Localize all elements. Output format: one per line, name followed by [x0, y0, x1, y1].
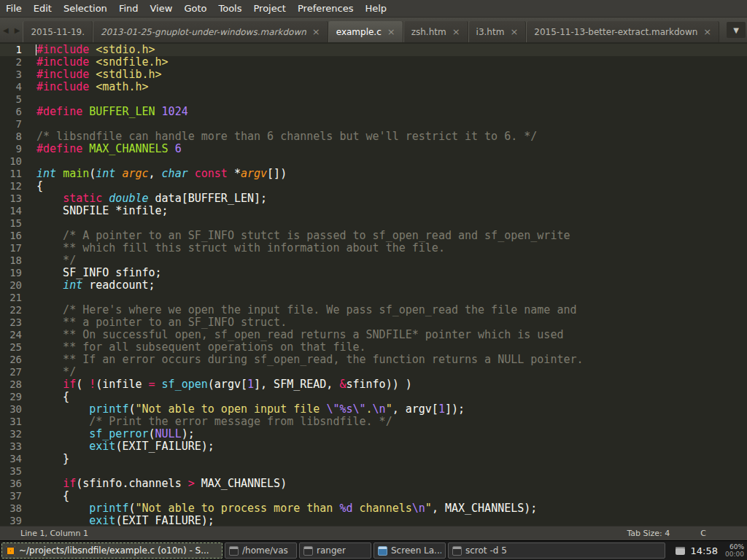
menu-item[interactable]: Tools: [212, 0, 247, 17]
code-line[interactable]: 13 static double data[BUFFER_LEN];: [0, 192, 747, 205]
taskbar-task[interactable]: /home/vas: [225, 542, 297, 559]
code-line[interactable]: 32 sf_perror(NULL);: [0, 428, 747, 440]
tab[interactable]: 2013-01-25-gnuplot-under-windows.markdow…: [93, 21, 328, 42]
code-line[interactable]: 4 #include <math.h>: [0, 81, 747, 93]
taskbar-task[interactable]: ranger: [299, 542, 371, 559]
taskbar-task[interactable]: scrot -d 5: [448, 542, 665, 559]
line-number: 1: [0, 44, 22, 56]
menu-item[interactable]: Project: [247, 0, 291, 17]
tab[interactable]: 2015-11-13-better-extract.markdown ×: [526, 21, 719, 42]
code-line[interactable]: 38 printf("Not able to process more than…: [0, 502, 747, 515]
task-label: ranger: [317, 545, 346, 556]
line-number: 4: [0, 81, 22, 93]
code-text: {: [36, 490, 69, 502]
code-line[interactable]: 34 }: [0, 453, 747, 465]
code-line[interactable]: 6 #define BUFFER_LEN 1024: [0, 106, 747, 118]
code-line[interactable]: 29 {: [0, 391, 747, 403]
code-text: }: [36, 453, 69, 465]
code-line[interactable]: 15: [0, 217, 747, 230]
code-text: if( !(infile = sf_open(argv[1], SFM_READ…: [36, 378, 412, 391]
code-line[interactable]: 25 ** for all subsequent operations on t…: [0, 341, 747, 354]
code-line[interactable]: 20 int readcount;: [0, 279, 747, 292]
line-number: 18: [0, 254, 22, 267]
code-line[interactable]: 36 if(sfinfo.channels > MAX_CHANNELS): [0, 478, 747, 490]
tab[interactable]: zsh.htm ×: [403, 21, 468, 42]
code-line[interactable]: 33 exit(EXIT_FAILURE);: [0, 440, 747, 453]
screen-icon: [378, 546, 387, 556]
code-line[interactable]: 30 printf("Not able to open input file \…: [0, 403, 747, 416]
code-line[interactable]: 1 #include <stdio.h>: [0, 44, 747, 56]
line-number: 31: [0, 416, 22, 428]
code-text: /* libsndfile can handle more than 6 cha…: [36, 131, 537, 143]
menu-item[interactable]: Edit: [28, 0, 58, 17]
code-line[interactable]: 22 /* Here's where we open the input fil…: [0, 304, 747, 316]
code-line[interactable]: 26 ** If an error occurs during sf_open_…: [0, 354, 747, 366]
code-line[interactable]: 18 */: [0, 254, 747, 267]
tab-strip: ◀ ▶ 2015-11-19. 2013-01-25-gnuplot-under…: [0, 18, 747, 42]
code-text: */: [36, 366, 76, 378]
code-line[interactable]: 39 exit(EXIT_FAILURE);: [0, 515, 747, 526]
task-label: ~/projects/libsndfile/example.c (o10n) -…: [19, 545, 209, 556]
code-line[interactable]: 24 ** On successful open, sf_open_read r…: [0, 329, 747, 341]
code-text: #define MAX_CHANNELS 6: [36, 143, 182, 155]
line-number: 36: [0, 478, 22, 490]
code-line[interactable]: 37 {: [0, 490, 747, 502]
code-line[interactable]: 7: [0, 118, 747, 131]
line-number: 6: [0, 106, 22, 118]
code-line[interactable]: 16 /* A pointer to an SF_INFO stutct is …: [0, 230, 747, 242]
menu-item[interactable]: View: [144, 0, 179, 17]
menu-item[interactable]: Preferences: [292, 0, 359, 17]
code-line[interactable]: 35: [0, 465, 747, 478]
taskbar-task[interactable]: ~/projects/libsndfile/example.c (o10n) -…: [1, 542, 222, 559]
menu-item[interactable]: File: [0, 0, 28, 17]
code-text: printf("Not able to process more than %d…: [36, 502, 537, 515]
tab-close-icon[interactable]: ×: [312, 27, 320, 36]
code-line[interactable]: 28 if( !(infile = sf_open(argv[1], SFM_R…: [0, 378, 747, 391]
code-line[interactable]: 21: [0, 292, 747, 304]
tab-close-icon[interactable]: ×: [452, 27, 460, 36]
line-number: 8: [0, 131, 22, 143]
code-line[interactable]: 31 /* Print the error message from libsn…: [0, 416, 747, 428]
code-line[interactable]: 2 #include <sndfile.h>: [0, 56, 747, 69]
tray-icon[interactable]: [676, 547, 685, 555]
code-line[interactable]: 11 int main(int argc, char const *argv[]…: [0, 168, 747, 180]
line-number: 5: [0, 93, 22, 106]
code-line[interactable]: 5: [0, 93, 747, 106]
tab[interactable]: 2015-11-19.: [23, 21, 93, 42]
tab[interactable]: i3.htm ×: [468, 21, 527, 42]
code-line[interactable]: 12 {: [0, 180, 747, 192]
system-tray: 14:58 60% 00:00: [676, 542, 744, 559]
menu-item[interactable]: Help: [359, 0, 392, 17]
tab[interactable]: example.c ×: [328, 21, 403, 42]
menu-item[interactable]: Find: [113, 0, 144, 17]
code-line[interactable]: 27 */: [0, 366, 747, 378]
code-line[interactable]: 23 ** a pointer to an SF_INFO struct.: [0, 316, 747, 329]
tab-scroll-right-icon[interactable]: ▶: [12, 26, 23, 34]
line-number: 34: [0, 453, 22, 465]
syntax-indicator[interactable]: C: [700, 529, 706, 538]
code-line[interactable]: 17 ** which fill this struct with inform…: [0, 242, 747, 254]
code-text: int readcount;: [36, 279, 155, 292]
tab-close-icon[interactable]: ×: [510, 27, 518, 36]
menu-item[interactable]: Selection: [58, 0, 113, 17]
line-number: 3: [0, 69, 22, 81]
code-line[interactable]: 9 #define MAX_CHANNELS 6: [0, 143, 747, 155]
code-text: sf_perror(NULL);: [36, 428, 195, 440]
tab-close-icon[interactable]: ×: [703, 27, 711, 36]
code-area[interactable]: 1 #include <stdio.h> 2 #include <sndfile…: [0, 42, 747, 526]
line-number: 26: [0, 354, 22, 366]
task-label: scrot -d 5: [465, 545, 507, 556]
taskbar-task[interactable]: Screen La...: [374, 542, 446, 559]
tab-overflow-icon[interactable]: ▼: [727, 22, 746, 38]
code-line[interactable]: 10: [0, 155, 747, 168]
tab-close-icon[interactable]: ×: [387, 27, 395, 36]
code-line[interactable]: 14 SNDFILE *infile;: [0, 205, 747, 217]
tab-scroll-left-icon[interactable]: ◀: [0, 26, 12, 34]
tab-size-indicator[interactable]: Tab Size: 4: [627, 529, 670, 538]
code-line[interactable]: 8 /* libsndfile can handle more than 6 c…: [0, 131, 747, 143]
code-line[interactable]: 19 SF_INFO sfinfo;: [0, 267, 747, 279]
menu-item[interactable]: Goto: [178, 0, 212, 17]
code-text: printf("Not able to open input file \"%s…: [36, 403, 465, 416]
line-number: 16: [0, 230, 22, 242]
code-line[interactable]: 3 #include <stdlib.h>: [0, 69, 747, 81]
